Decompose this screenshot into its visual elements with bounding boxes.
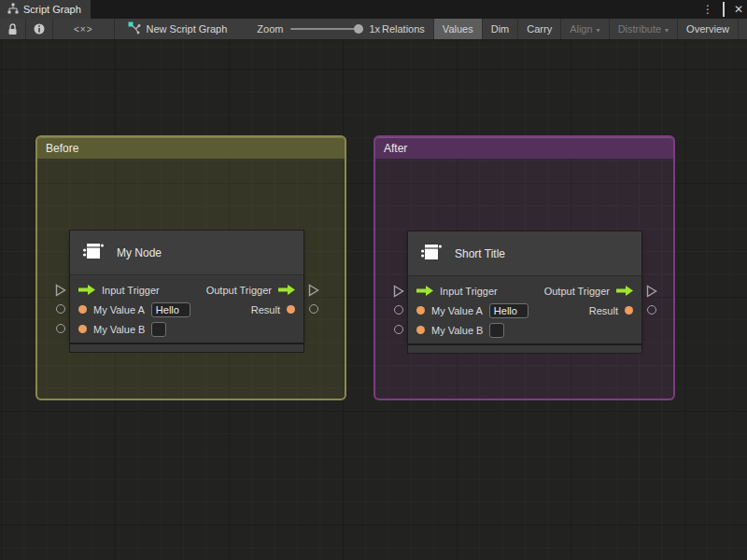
- external-value-output-port-icon[interactable]: [647, 305, 656, 315]
- port-label: My Value B: [93, 324, 145, 335]
- flow-input-port-icon[interactable]: [78, 282, 95, 299]
- distribute-dropdown[interactable]: Distribute▾: [610, 19, 678, 39]
- graph-name: New Script Graph: [147, 23, 228, 35]
- external-flow-input-port-icon[interactable]: [393, 285, 404, 298]
- port-label: Result: [251, 304, 280, 315]
- node-short-title[interactable]: Short Title Input Trigger Output Trigger: [408, 231, 641, 343]
- fullscreen-button[interactable]: Full Screen: [739, 19, 747, 39]
- port-label: Output Trigger: [206, 285, 272, 296]
- lock-icon[interactable]: [0, 19, 25, 39]
- node-my-node[interactable]: My Node Input Trigger Output Trigger: [70, 231, 303, 343]
- graph-node-icon: [128, 21, 141, 36]
- graph-canvas[interactable]: Before After: [0, 40, 747, 560]
- node-title: Short Title: [455, 247, 505, 260]
- group-title: Before: [46, 142, 78, 155]
- chevron-down-icon: ▾: [665, 26, 669, 35]
- port-label: Input Trigger: [102, 285, 160, 296]
- value-output-port-icon[interactable]: [625, 306, 633, 315]
- flow-output-port-icon[interactable]: [278, 282, 295, 299]
- tab-title: Script Graph: [23, 4, 81, 15]
- info-icon[interactable]: [26, 19, 52, 39]
- graph-breadcrumb[interactable]: New Script Graph: [115, 21, 237, 36]
- overview-button[interactable]: Overview: [678, 19, 739, 39]
- external-value-input-port-icon[interactable]: [56, 304, 65, 314]
- port-label: Output Trigger: [544, 286, 610, 297]
- external-value-input-port-icon[interactable]: [394, 325, 403, 334]
- align-dropdown[interactable]: Align▾: [561, 19, 609, 39]
- node-header[interactable]: Short Title: [408, 231, 641, 276]
- unit-icon: [81, 239, 106, 267]
- script-graph-icon: [7, 1, 19, 18]
- value-input-port-icon[interactable]: [416, 326, 425, 334]
- zoom-slider-handle[interactable]: [354, 24, 363, 34]
- value-input-port-icon[interactable]: [416, 306, 425, 315]
- flow-output-port-icon[interactable]: [616, 283, 633, 300]
- external-flow-output-port-icon[interactable]: [646, 285, 657, 298]
- external-value-output-port-icon[interactable]: [309, 304, 318, 314]
- value-input-port-icon[interactable]: [78, 325, 87, 333]
- unit-icon: [419, 240, 444, 268]
- node-header[interactable]: My Node: [70, 231, 303, 275]
- zoom-label: Zoom: [257, 23, 283, 35]
- value-a-input[interactable]: [489, 303, 529, 318]
- script-graph-window: Script Graph ⋮ ✕: [0, 0, 747, 560]
- node-footer: [408, 345, 641, 353]
- tab-script-graph[interactable]: Script Graph: [0, 0, 91, 19]
- group-title: After: [384, 142, 407, 155]
- external-value-input-port-icon[interactable]: [56, 324, 65, 333]
- toolbar: <×> New Script Graph Zoom 1: [0, 19, 747, 40]
- value-a-input[interactable]: [151, 302, 190, 317]
- value-input-port-icon[interactable]: [78, 305, 87, 314]
- group-after-header[interactable]: After: [375, 137, 673, 159]
- value-b-input[interactable]: [151, 322, 166, 337]
- node-title: My Node: [117, 246, 162, 259]
- window-menu-icon[interactable]: ⋮: [702, 0, 713, 19]
- value-b-input[interactable]: [489, 323, 504, 338]
- close-icon[interactable]: ✕: [734, 0, 743, 19]
- zoom-slider[interactable]: [290, 28, 361, 30]
- relations-button[interactable]: Relations: [374, 19, 434, 39]
- node-footer: [70, 344, 303, 352]
- group-before-header[interactable]: Before: [37, 137, 345, 159]
- external-flow-input-port-icon[interactable]: [55, 284, 66, 297]
- port-label: Input Trigger: [440, 286, 498, 297]
- toolbar-buttons: Relations Values Dim Carry Align▾ Distri…: [374, 19, 747, 39]
- external-flow-output-port-icon[interactable]: [308, 284, 319, 297]
- values-button[interactable]: Values: [434, 19, 483, 39]
- flow-input-port-icon[interactable]: [416, 283, 433, 300]
- carry-button[interactable]: Carry: [518, 19, 561, 39]
- external-value-input-port-icon[interactable]: [394, 305, 403, 315]
- port-label: My Value A: [93, 304, 145, 315]
- port-label: My Value A: [431, 305, 483, 316]
- dim-button[interactable]: Dim: [483, 19, 519, 39]
- port-label: Result: [589, 305, 618, 316]
- value-output-port-icon[interactable]: [287, 305, 295, 314]
- maximize-icon[interactable]: [723, 0, 725, 19]
- code-preview-icon[interactable]: <×>: [53, 24, 114, 35]
- chevron-down-icon: ▾: [597, 26, 600, 35]
- tab-strip: Script Graph ⋮ ✕: [0, 0, 747, 19]
- port-label: My Value B: [431, 325, 483, 336]
